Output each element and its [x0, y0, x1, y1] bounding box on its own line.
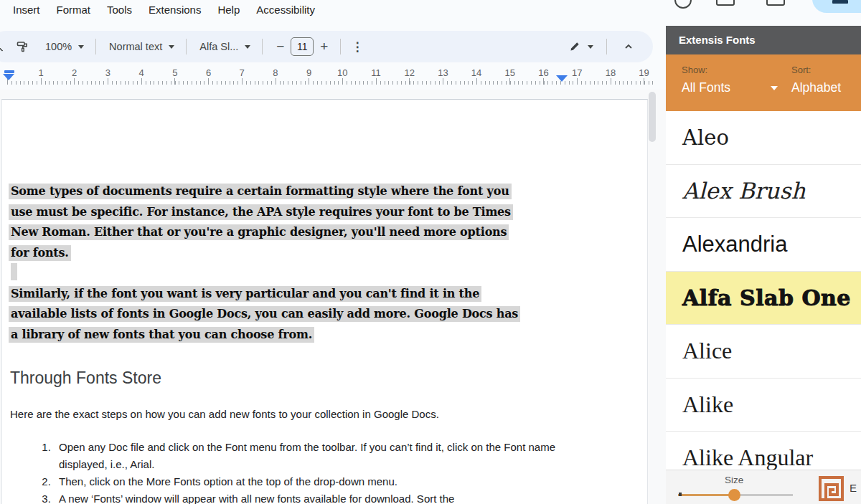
selected-text-line: use must be specific. For instance, the … — [9, 202, 520, 223]
ruler-number: 8 — [273, 67, 278, 78]
share-button[interactable] — [812, 0, 861, 13]
pen-icon — [568, 40, 581, 53]
document-page[interactable]: Some types of documents require a certai… — [1, 99, 648, 504]
chevron-down-icon — [771, 86, 778, 90]
ruler-number: 6 — [206, 67, 211, 78]
comments-icon[interactable] — [716, 0, 735, 6]
font-row-alice[interactable]: Alice — [666, 325, 861, 379]
ruler-number: 19 — [639, 67, 649, 78]
menu-format[interactable]: Format — [57, 4, 91, 16]
font-name: Alfa Slab One — [682, 285, 851, 310]
meet-icon[interactable] — [766, 0, 785, 6]
menu-extensions[interactable]: Extensions — [149, 4, 201, 16]
document-area: Some types of documents require a certai… — [0, 90, 666, 504]
ruler-number: 14 — [471, 67, 481, 78]
editing-mode-select[interactable] — [568, 40, 593, 53]
paragraph-style-select[interactable]: Normal text — [109, 41, 174, 52]
selected-text-line: available lists of fonts in Google Docs,… — [9, 304, 520, 325]
paint-roller-icon — [16, 40, 29, 54]
ruler-number: 2 — [72, 67, 77, 78]
ruler-number: 18 — [606, 67, 616, 78]
ruler-number: 11 — [371, 67, 381, 78]
selected-paragraph: Some types of documents require a certai… — [9, 181, 520, 263]
decrease-font-size-button[interactable]: − — [270, 39, 291, 54]
ruler-number: 3 — [105, 67, 110, 78]
ruler-number: 15 — [505, 67, 515, 78]
font-size-input[interactable]: 11 — [291, 37, 314, 56]
doc-list-item: A new ‘Fonts’ window will appear with al… — [54, 490, 563, 504]
selected-empty-line — [9, 263, 520, 284]
font-name: Alike — [682, 391, 733, 418]
slider-thumb[interactable] — [728, 489, 740, 501]
share-lock-icon — [832, 0, 848, 4]
show-dropdown[interactable]: All Fonts — [682, 80, 730, 95]
header-right-icons — [660, 0, 861, 26]
toolbar-divider — [95, 39, 96, 54]
doc-list-item: Then, click on the More Fonts option at … — [54, 473, 563, 490]
font-name: Alike Angular — [682, 444, 813, 471]
toolbar-divider — [186, 39, 187, 54]
sort-dropdown[interactable]: Alphabet — [791, 80, 841, 95]
selected-text-line: a library of new fonts that you can choo… — [9, 325, 520, 346]
font-row-alexandria[interactable]: Alexandria — [666, 218, 861, 272]
slider-fill — [678, 494, 734, 496]
menu-accessibility[interactable]: Accessibility — [256, 4, 315, 16]
font-row-aleo[interactable]: Aleo — [666, 111, 861, 165]
toolbar: 100% Normal text Alfa Sl... − 11 + ⋮ — [0, 31, 653, 62]
left-indent-marker[interactable] — [3, 74, 14, 80]
font-family-select[interactable]: Alfa Sl... — [199, 41, 250, 52]
redo-icon[interactable] — [0, 42, 7, 52]
slider-min-mark — [679, 493, 682, 496]
zoom-select[interactable]: 100% — [45, 41, 84, 52]
chevron-down-icon — [588, 45, 593, 49]
more-options-button[interactable]: ⋮ — [351, 39, 363, 54]
style-value: Normal text — [109, 41, 162, 52]
version-history-icon[interactable] — [674, 0, 692, 9]
ruler-number: 9 — [306, 67, 311, 78]
ruler: 12345678910111213141516171819 — [0, 66, 653, 90]
selected-text-line: for fonts. — [9, 243, 520, 264]
font-size-slider[interactable] — [678, 489, 793, 500]
panel-bottom-bar: Size E — [666, 470, 861, 504]
font-value: Alfa Sl... — [199, 41, 238, 52]
steps-list: Open any Doc file and click on the Font … — [10, 439, 563, 504]
ruler-number: 12 — [404, 67, 414, 78]
font-row-alfa-slab-one[interactable]: Alfa Slab One — [666, 272, 861, 325]
right-indent-marker[interactable] — [556, 75, 568, 82]
ruler-number: 5 — [172, 67, 177, 78]
font-row-alex-brush[interactable]: Alex Brush — [666, 165, 861, 219]
ruler-number: 17 — [572, 67, 582, 78]
first-line-indent-marker[interactable] — [4, 70, 14, 73]
selected-text-line: Similarly, if the font you want is very … — [9, 284, 520, 305]
brand-text: E — [850, 482, 857, 494]
font-name: Alexandria — [682, 232, 787, 257]
font-name: Aleo — [682, 125, 729, 150]
font-name: Alex Brush — [682, 178, 805, 204]
selected-text-line: New Roman. Either that or you're a graph… — [9, 222, 520, 243]
doc-heading: Through Fonts Store — [10, 369, 161, 388]
selected-text-block: Some types of documents require a certai… — [9, 181, 520, 345]
selected-text-line: Some types of documents require a certai… — [9, 181, 520, 202]
zoom-value: 100% — [45, 41, 72, 52]
doc-intro-paragraph: Here are the exact steps on how you can … — [10, 408, 439, 420]
chevron-down-icon — [245, 45, 250, 49]
toolbar-divider — [606, 39, 607, 54]
show-label: Show: — [682, 65, 707, 75]
doc-numbered-list: Open any Doc file and click on the Font … — [10, 439, 563, 504]
document-scrollbar[interactable] — [649, 92, 656, 142]
ruler-number: 4 — [138, 67, 144, 78]
doc-list-item: Open any Doc file and click on the Font … — [54, 439, 563, 473]
ruler-number: 10 — [337, 67, 347, 78]
increase-font-size-button[interactable]: + — [314, 39, 334, 54]
paint-format-button[interactable] — [16, 40, 29, 54]
hide-menus-button[interactable] — [623, 41, 634, 52]
font-row-alike[interactable]: Alike — [666, 379, 861, 432]
selected-paragraph: Similarly, if the font you want is very … — [9, 284, 520, 346]
menu-tools[interactable]: Tools — [107, 4, 132, 16]
sort-label: Sort: — [791, 65, 811, 75]
font-list: AleoAlex BrushAlexandriaAlfa Slab OneAli… — [666, 111, 861, 470]
menu-insert[interactable]: Insert — [13, 4, 40, 16]
extensis-fonts-panel: Extensis Fonts Show: All Fonts Sort: Alp… — [666, 26, 861, 504]
extensis-logo-icon — [818, 475, 844, 502]
menu-help[interactable]: Help — [217, 4, 240, 16]
